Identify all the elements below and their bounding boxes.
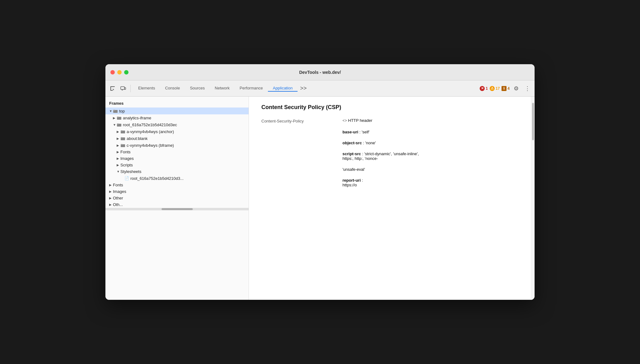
close-button[interactable] <box>110 70 115 74</box>
sidebar-section-header: Frames <box>105 99 249 108</box>
toolbar: Elements Console Sources Network Perform… <box>105 80 535 97</box>
sidebar-item-stylesheets-sub[interactable]: ▼ Stylesheets <box>105 168 249 175</box>
info-icon: ℹ <box>502 86 507 91</box>
sidebar-item-label-stylesheet-file: root_616a752e1b5d4210d3... <box>130 176 184 181</box>
arrow-right-icon: ▶ <box>113 116 117 120</box>
directive-value-report-uri-url: https://o <box>342 183 357 187</box>
svg-rect-8 <box>113 110 115 111</box>
folder-icon <box>120 136 125 141</box>
folder-icon <box>117 115 122 120</box>
maximize-button[interactable] <box>124 70 128 74</box>
csp-label-header: Content-Security-Policy <box>261 118 342 123</box>
toolbar-right: ✕ 1 ⚠ 17 ℹ 4 ⚙ ⋮ <box>480 84 532 93</box>
directive-name-script-src: script-src <box>342 151 361 156</box>
directive-value-report-uri: : <box>362 178 363 183</box>
sidebar-item-label-images-sub: Images <box>120 156 134 161</box>
csp-label-unsafe-eval <box>261 167 342 168</box>
csp-value-unsafe-eval: 'unsafe-eval' <box>342 167 522 172</box>
sidebar-item-label-other2: Oth... <box>113 202 123 207</box>
tab-elements[interactable]: Elements <box>133 85 160 92</box>
arrow-right-icon: ▶ <box>117 157 120 160</box>
sidebar-item-other2[interactable]: ▶ Oth... <box>105 201 249 208</box>
minimize-button[interactable] <box>117 70 122 74</box>
sidebar-item-about-blank[interactable]: ▶ about:blank <box>105 135 249 142</box>
title-bar: DevTools - web.dev/ <box>105 64 535 80</box>
sidebar-item-label-c-bframe: c-vynmy4vb4wys (bframe) <box>127 143 174 148</box>
code-brackets-icon: <> <box>342 119 347 123</box>
directive-value-script-src-cont: https:, http:, 'nonce- <box>342 156 378 161</box>
arrow-right-icon: ▶ <box>109 196 113 200</box>
csp-value-report-uri: report-uri : https://o <box>342 178 522 187</box>
traffic-lights <box>110 70 128 74</box>
sidebar-item-fonts-top[interactable]: ▶ Fonts <box>105 182 249 188</box>
folder-icon <box>120 129 125 134</box>
warning-badge[interactable]: ⚠ 17 <box>490 86 500 91</box>
tab-application[interactable]: Application <box>268 85 298 92</box>
arrow-right-icon: ▶ <box>117 150 120 154</box>
sidebar-scrollbar-thumb <box>162 208 193 210</box>
sidebar-item-label-images-top: Images <box>113 189 126 194</box>
directive-name-object-src: object-src <box>342 141 362 145</box>
csp-value-header: <> HTTP header <box>342 118 522 123</box>
sidebar-item-fonts-sub[interactable]: ▶ Fonts <box>105 149 249 155</box>
inspect-element-icon[interactable] <box>108 84 117 93</box>
csp-value-base-uri: base-uri : 'self' <box>342 130 522 134</box>
sidebar-item-label-about-blank: about:blank <box>127 136 148 141</box>
sidebar-horizontal-scrollbar <box>105 208 249 210</box>
arrow-right-icon: ▶ <box>117 137 120 140</box>
csp-value-script-src: script-src : 'strict-dynamic', 'unsafe-i… <box>342 151 522 161</box>
sidebar-item-label-fonts-sub: Fonts <box>120 150 131 154</box>
tab-console[interactable]: Console <box>160 85 185 92</box>
toolbar-separator-1 <box>130 85 131 92</box>
sidebar: Frames ▼ top ▶ <box>105 97 249 300</box>
sidebar-item-stylesheet-file[interactable]: ▶ 📄 root_616a752e1b5d4210d3... <box>105 175 249 182</box>
sidebar-item-root-frame[interactable]: ▼ root_616a752e1b5d4210d3ec <box>105 121 249 128</box>
svg-rect-0 <box>110 86 115 87</box>
csp-row-header: Content-Security-Policy <> HTTP header <box>261 118 522 123</box>
folder-icon <box>113 108 118 113</box>
svg-rect-16 <box>121 137 123 138</box>
settings-button[interactable]: ⚙ <box>512 84 521 93</box>
more-tabs-button[interactable]: >> <box>298 85 309 92</box>
sidebar-item-images-top[interactable]: ▶ Images <box>105 188 249 195</box>
sidebar-item-label-a-anchor: a-vynmy4vb4wys (anchor) <box>127 129 174 134</box>
error-badge[interactable]: ✕ 1 <box>480 86 488 91</box>
tab-performance[interactable]: Performance <box>235 85 268 92</box>
sidebar-item-label-fonts-top: Fonts <box>113 183 123 187</box>
svg-rect-12 <box>117 123 119 124</box>
sidebar-item-label-scripts-sub: Scripts <box>120 163 133 167</box>
sidebar-item-images-sub[interactable]: ▶ Images <box>105 155 249 162</box>
tab-sources[interactable]: Sources <box>185 85 210 92</box>
svg-rect-3 <box>113 89 114 90</box>
sidebar-item-label-other: Other <box>113 196 123 200</box>
responsive-mode-icon[interactable] <box>119 84 128 93</box>
more-options-button[interactable]: ⋮ <box>523 84 532 93</box>
arrow-right-icon: ▶ <box>109 183 113 187</box>
sidebar-item-c-bframe[interactable]: ▶ c-vynmy4vb4wys (bframe) <box>105 142 249 149</box>
csp-label-script-src <box>261 151 342 152</box>
sidebar-item-other[interactable]: ▶ Other <box>105 195 249 201</box>
sidebar-item-analytics-iframe[interactable]: ▶ analytics-iframe <box>105 114 249 121</box>
csp-label-object-src <box>261 141 342 141</box>
csp-row-script-src: script-src : 'strict-dynamic', 'unsafe-i… <box>261 151 522 161</box>
sidebar-item-top[interactable]: ▼ top <box>105 108 249 114</box>
directive-value-unsafe-eval: 'unsafe-eval' <box>342 167 365 172</box>
csp-label-base-uri <box>261 130 342 130</box>
content-scrollbar[interactable] <box>531 97 535 300</box>
csp-row-object-src: object-src : 'none' <box>261 141 522 145</box>
sidebar-item-a-anchor[interactable]: ▶ a-vynmy4vb4wys (anchor) <box>105 128 249 135</box>
tab-bar: Elements Console Sources Network Perform… <box>133 85 478 92</box>
sidebar-item-scripts-sub[interactable]: ▶ Scripts <box>105 162 249 168</box>
content-panel: Content Security Policy (CSP) Content-Se… <box>249 97 535 300</box>
csp-label-report-uri <box>261 178 342 179</box>
directive-name-base-uri: base-uri <box>342 130 358 134</box>
warning-icon: ⚠ <box>490 86 495 91</box>
folder-icon <box>120 143 125 148</box>
arrow-right-icon: ▶ <box>117 163 120 167</box>
info-badge[interactable]: ℹ 4 <box>502 86 510 91</box>
csp-row-base-uri: base-uri : 'self' <box>261 130 522 134</box>
tab-network[interactable]: Network <box>210 85 235 92</box>
svg-rect-5 <box>124 88 126 89</box>
svg-rect-14 <box>121 130 123 131</box>
directive-value-script-src: : 'strict-dynamic', 'unsafe-inline', <box>362 151 419 156</box>
